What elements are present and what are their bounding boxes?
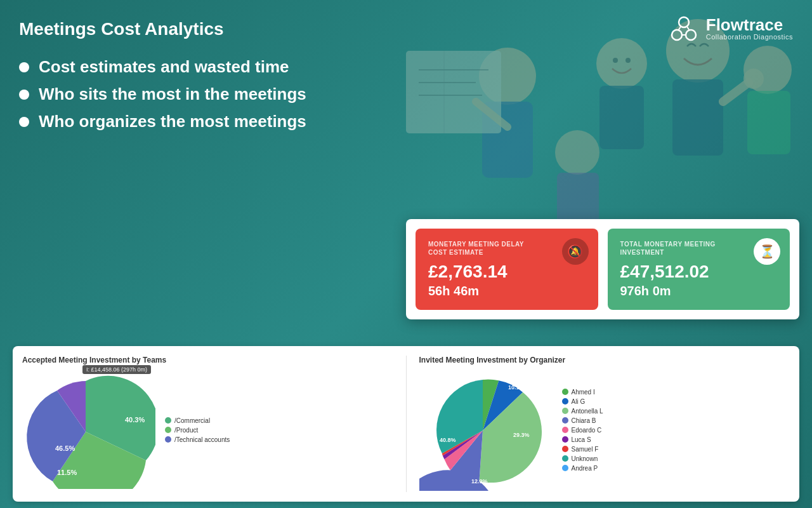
legend-andrea: Andrea P [562,465,603,472]
legend-edoardo: Edoardo C [562,427,603,434]
metric-delay-time: 56h 46m [428,284,586,298]
legend-label-andrea: Andrea P [572,465,598,472]
left-chart-legend: /Commercial /Product /Technical accounts [165,417,230,443]
legend-unknown: Unknown [562,455,603,462]
label-commercial: 40.3% [125,416,145,424]
legend-dot-technical [165,436,171,443]
bullet-text-1: Cost estimates and wasted time [39,57,289,77]
logo-subtitle: Collaboration Diagnostics [706,33,793,41]
pct-unknown: 12.9% [471,478,488,485]
legend-ali: Ali G [562,398,603,405]
hourglass-icon: ⏳ [754,238,780,265]
legend-dot-edoardo [562,427,568,433]
legend-luca: Luca S [562,436,603,443]
page-title: Meetings Cost Analytics [19,19,224,39]
bullet-item-3: Who organizes the most meetings [19,112,793,131]
svg-point-22 [686,30,696,40]
legend-commercial: /Commercial [165,417,230,424]
legend-product: /Product [165,427,230,434]
legend-label-product: /Product [174,427,198,434]
bullet-item-1: Cost estimates and wasted time [19,57,793,77]
right-chart-panel: Invited Meeting Investment by Organizer [419,356,790,492]
left-chart-panel: Accepted Meeting Investment by Teams I: … [22,356,393,492]
metric-card-delay: 🔕 MONETARY MEETING DELAY COST ESTIMATE £… [416,229,598,310]
label-product: 46.5% [55,444,75,452]
legend-chiara: Chiara B [562,417,603,424]
bullet-item-2: Who sits the most in the meetings [19,84,793,104]
charts-area: Accepted Meeting Investment by Teams I: … [13,346,799,502]
left-pie-chart: 40.3% 46.5% 11.5% [22,368,155,489]
legend-label-edoardo: Edoardo C [572,427,602,434]
legend-dot-ali [562,398,568,404]
metric-delay-label: MONETARY MEETING DELAY COST ESTIMATE [428,240,530,257]
metric-investment-label: TOTAL MONETARY MEETING INVESTMENT [620,240,722,257]
left-pie-area: I: £14,458.06 (297h 0m) [22,370,393,490]
metric-delay-value: £2,763.14 [428,263,586,281]
legend-dot-chiara [562,417,568,424]
pct-ali: 10.1% [508,384,525,391]
right-pie-area: 5.1% 10.1% 29.3% 40.8% 12.9% Ahmed I Ali… [419,370,790,490]
top-bar: Meetings Cost Analytics Flowtrace Collab… [19,13,793,44]
legend-label-antonella: Antonella L [572,408,603,415]
label-technical: 11.5% [57,469,77,476]
bullet-dot-1 [19,62,29,72]
svg-point-20 [679,17,689,27]
bullet-dot-2 [19,90,29,100]
legend-dot-antonella [562,408,568,414]
metric-investment-time: 976h 0m [620,284,778,298]
legend-dot-andrea [562,465,568,471]
metric-investment-value: £47,512.02 [620,263,778,281]
metric-card-investment: ⏳ TOTAL MONETARY MEETING INVESTMENT £47,… [608,229,790,310]
pct-antonella: 29.3% [513,432,530,438]
legend-antonella: Antonella L [562,408,603,415]
main-content: Meetings Cost Analytics Flowtrace Collab… [0,0,812,157]
svg-point-21 [672,30,682,40]
bullet-list: Cost estimates and wasted time Who sits … [19,57,793,131]
legend-label-technical: /Technical accounts [174,436,230,443]
left-pie-wrapper: I: £14,458.06 (297h 0m) [22,368,155,491]
logo-area: Flowtrace Collaboration Diagnostics [668,13,793,44]
right-pie-wrapper: 5.1% 10.1% 29.3% 40.8% 12.9% [419,367,553,493]
legend-dot-luca [562,436,568,443]
svg-rect-19 [557,173,599,224]
logo-text-area: Flowtrace Collaboration Diagnostics [706,17,793,41]
legend-dot-product [165,427,171,433]
metric-cards-container: 🔕 MONETARY MEETING DELAY COST ESTIMATE £… [406,219,799,319]
legend-dot-samuel [562,446,568,452]
legend-label-luca: Luca S [572,436,591,443]
legend-label-samuel: Samuel F [572,446,599,453]
legend-label-ali: Ali G [572,398,586,405]
legend-dot-unknown [562,455,568,462]
right-chart-legend: Ahmed I Ali G Antonella L Chiara B Edoar… [562,389,603,472]
legend-technical: /Technical accounts [165,436,230,443]
legend-label-ahmed: Ahmed I [572,389,595,396]
legend-label-chiara: Chiara B [572,417,596,424]
bullet-text-3: Who organizes the most meetings [39,112,306,131]
bullet-dot-3 [19,117,29,127]
logo-name: Flowtrace [706,17,793,33]
right-chart-title: Invited Meeting Investment by Organizer [419,356,790,364]
flowtrace-logo-icon [668,13,700,44]
legend-dot-ahmed [562,389,568,395]
legend-samuel: Samuel F [562,446,603,453]
left-chart-title: Accepted Meeting Investment by Teams [22,356,393,364]
bell-slash-icon: 🔕 [562,238,589,265]
legend-label-commercial: /Commercial [174,417,210,424]
pct-chiara: 40.8% [440,437,456,443]
legend-dot-commercial [165,417,171,424]
bullet-text-2: Who sits the most in the meetings [39,84,306,104]
legend-label-unknown: Unknown [572,455,598,462]
right-pie-chart: 5.1% 10.1% 29.3% 40.8% 12.9% [419,367,553,491]
pct-ahmed: 5.1% [486,371,499,377]
left-chart-tooltip: I: £14,458.06 (297h 0m) [82,365,151,374]
legend-ahmed: Ahmed I [562,389,603,396]
chart-divider [406,356,407,492]
